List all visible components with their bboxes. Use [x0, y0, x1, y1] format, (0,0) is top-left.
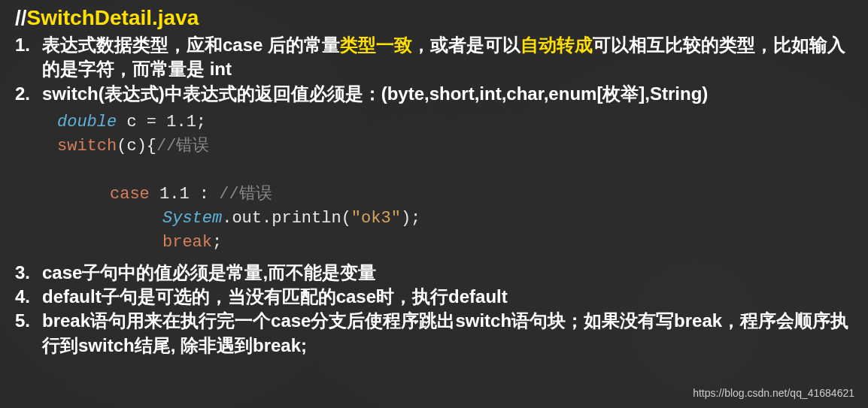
list-text: default子句是可选的，当没有匹配的case时，执行default [42, 285, 853, 309]
code-dot: . [222, 209, 232, 228]
text-highlight: 自动转成 [520, 35, 593, 55]
code-paren: ) [137, 137, 147, 156]
code-brace: { [147, 137, 156, 156]
rules-list: 1. 表达式数据类型，应和case 后的常量类型一致，或者是可以自动转成可以相互… [15, 33, 853, 106]
watermark: https://blog.csdn.net/qq_41684621 [693, 387, 854, 399]
code-paren: ) [401, 209, 411, 228]
title-prefix: // [15, 6, 27, 29]
list-item: 5. break语句用来在执行完一个case分支后使程序跳出switch语句块；… [15, 309, 853, 358]
list-item: 4. default子句是可选的，当没有匹配的case时，执行default [15, 285, 853, 309]
list-number: 3. [15, 261, 42, 285]
code-field: out [232, 209, 262, 228]
text-segment: ，或者是可以 [412, 35, 520, 55]
code-paren: ( [341, 209, 351, 228]
code-colon: : [199, 185, 209, 204]
text-segment: switch(表达式)中表达式的返回值必须是：(byte,short,int,c… [42, 83, 708, 104]
code-var: c [126, 113, 136, 131]
code-semi: ; [212, 233, 222, 252]
code-dot: . [262, 209, 272, 228]
code-var: c [126, 137, 136, 156]
list-text: 表达式数据类型，应和case 后的常量类型一致，或者是可以自动转成可以相互比较的… [42, 33, 853, 82]
rules-list-continued: 3. case子句中的值必须是常量,而不能是变量 4. default子句是可选… [15, 261, 853, 358]
code-num: 1.1 [159, 185, 190, 204]
code-semi: ; [411, 209, 420, 228]
list-number: 4. [15, 285, 42, 309]
code-line: System.out.println("ok3"); [57, 207, 853, 231]
code-comment: //错误 [156, 137, 209, 156]
title-filename: SwitchDetail.java [27, 6, 199, 29]
code-keyword: break [162, 233, 212, 252]
code-line: case 1.1 : //错误 [57, 183, 853, 207]
code-line: switch(c){//错误 [57, 134, 853, 159]
code-class: System [162, 209, 222, 228]
text-segment: 表达式数据类型，应和case 后的常量 [42, 35, 340, 55]
code-op: = [147, 113, 156, 131]
code-line: break; [57, 231, 853, 255]
code-keyword: switch [57, 137, 117, 156]
text-segment: default子句是可选的，当没有匹配的case时，执行default [42, 286, 508, 307]
list-number: 2. [15, 82, 42, 106]
list-item: 2. switch(表达式)中表达式的返回值必须是：(byte,short,in… [15, 82, 853, 106]
code-semi: ; [196, 113, 206, 131]
list-text: break语句用来在执行完一个case分支后使程序跳出switch语句块；如果没… [42, 309, 853, 358]
code-paren: ( [117, 137, 126, 156]
list-text: switch(表达式)中表达式的返回值必须是：(byte,short,int,c… [42, 82, 853, 106]
text-highlight: 类型一致 [340, 35, 412, 55]
list-number: 1. [15, 33, 42, 82]
list-number: 5. [15, 309, 42, 358]
list-text: case子句中的值必须是常量,而不能是变量 [42, 261, 853, 285]
slide-title: //SwitchDetail.java [15, 6, 853, 30]
list-item: 1. 表达式数据类型，应和case 后的常量类型一致，或者是可以自动转成可以相互… [15, 33, 853, 82]
code-method: println [272, 209, 341, 228]
code-block: double c = 1.1; switch(c){//错误 case 1.1 … [57, 110, 853, 254]
code-line: double c = 1.1; [57, 110, 853, 134]
list-item: 3. case子句中的值必须是常量,而不能是变量 [15, 261, 853, 285]
code-num: 1.1 [166, 113, 196, 131]
code-keyword: double [57, 113, 117, 131]
text-segment: case子句中的值必须是常量,而不能是变量 [42, 262, 376, 283]
text-segment: break语句用来在执行完一个case分支后使程序跳出switch语句块；如果没… [42, 310, 848, 355]
code-keyword: case [110, 185, 150, 204]
code-comment: //错误 [219, 185, 272, 204]
code-blank-line [57, 159, 853, 183]
code-string: "ok3" [351, 209, 401, 228]
